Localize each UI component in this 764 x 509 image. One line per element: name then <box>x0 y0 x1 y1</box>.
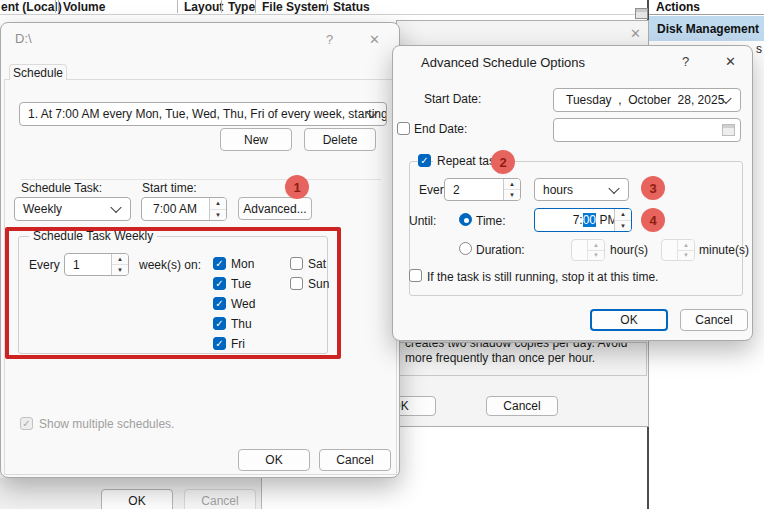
annotation-circle-3: 3 <box>641 176 665 200</box>
column-separator[interactable] <box>221 0 222 13</box>
settings-note-box: creates two shadow copies per day. Avoid… <box>399 342 647 376</box>
section-divider <box>21 179 381 180</box>
column-header-type[interactable]: Type <box>228 0 255 14</box>
until-time-value: 7:00 PM <box>535 208 617 232</box>
actions-item-label: Disk Management <box>649 22 759 36</box>
chevron-down-icon <box>608 182 619 193</box>
show-multiple-label: Show multiple schedules. <box>39 417 174 431</box>
advanced-dialog: Advanced Schedule Options ? ✕ Start Date… <box>392 45 753 341</box>
window-gadget-icon[interactable] <box>635 8 648 19</box>
column-separator[interactable] <box>177 0 178 13</box>
properties-window-bottom: OK Cancel <box>0 478 262 509</box>
end-date-checkbox[interactable] <box>397 122 410 135</box>
schedule-close-icon[interactable]: ✕ <box>369 33 380 47</box>
annotation-circle-4: 4 <box>641 208 665 232</box>
duration-hours-label: hour(s) <box>610 243 648 257</box>
advanced-cancel-button[interactable]: Cancel <box>680 309 748 331</box>
pane-splitter[interactable] <box>58 0 59 13</box>
selected-minutes: 00 <box>583 213 596 227</box>
schedule-dialog-title: D:\ <box>15 32 32 46</box>
time-label: Time: <box>476 214 506 228</box>
delete-button[interactable]: Delete <box>304 128 376 151</box>
settings-close-icon[interactable]: ✕ <box>630 27 641 41</box>
repeat-unit-dropdown[interactable]: hours <box>534 178 629 201</box>
mmc-column-header-row: ent (Local) Volume Layout Type File Syst… <box>0 0 648 15</box>
schedule-summary-dropdown[interactable]: 1. At 7:00 AM every Mon, Tue, Wed, Thu, … <box>19 102 387 126</box>
annotation-circle-1: 1 <box>285 175 309 199</box>
schedule-task-dropdown[interactable]: Weekly <box>14 197 131 221</box>
new-button[interactable]: New <box>220 128 292 151</box>
settings-note-text: more frequently than once per hour. <box>400 351 646 365</box>
actions-header-divider <box>649 14 764 15</box>
start-time-value: 7:00 AM <box>142 202 197 216</box>
column-header-status[interactable]: Status <box>333 0 370 14</box>
duration-radio[interactable] <box>459 242 472 255</box>
duration-label: Duration: <box>476 243 525 257</box>
advanced-dialog-title: Advanced Schedule Options <box>421 56 585 70</box>
repeat-unit-value: hours <box>535 183 573 197</box>
advanced-button[interactable]: Advanced... <box>238 197 312 220</box>
end-date-field[interactable] <box>553 118 741 142</box>
stop-task-checkbox[interactable] <box>409 269 422 282</box>
column-header-volume[interactable]: Volume <box>63 0 105 14</box>
console-tree-item[interactable]: ent (Local) <box>1 0 62 14</box>
column-separator[interactable] <box>326 0 327 13</box>
schedule-task-label: Schedule Task: <box>21 181 102 195</box>
actions-partial-text: s <box>756 42 762 56</box>
duration-minutes-label: minute(s) <box>699 243 749 257</box>
pane-splitter[interactable] <box>55 0 56 13</box>
properties-cancel-button[interactable]: Cancel <box>184 489 256 509</box>
start-date-label: Start Date: <box>424 92 481 106</box>
schedule-summary-value: 1. At 7:00 AM every Mon, Tue, Wed, Thu, … <box>20 107 386 121</box>
time-radio[interactable] <box>459 213 472 226</box>
repeat-every-value: 2 <box>445 183 460 197</box>
spinner-arrows-icon[interactable]: ▲▼ <box>209 198 226 220</box>
settings-cancel-button[interactable]: Cancel <box>486 396 558 416</box>
schedule-task-value: Weekly <box>15 202 62 216</box>
calendar-icon[interactable] <box>722 124 735 136</box>
column-header-filesystem[interactable]: File System <box>262 0 329 14</box>
spinner-arrows-icon: ▲▼ <box>587 240 604 260</box>
actions-pane-title: Actions <box>656 0 700 14</box>
schedule-ok-button[interactable]: OK <box>238 449 310 471</box>
tab-schedule[interactable]: Schedule <box>9 64 67 80</box>
repeat-task-checkbox[interactable] <box>418 154 431 167</box>
repeat-every-spinner[interactable]: 2 ▲▼ <box>444 178 521 201</box>
column-separator[interactable] <box>255 0 256 13</box>
start-date-value: Tuesday , October 28, 2025 <box>554 93 724 107</box>
schedule-help-icon[interactable]: ? <box>326 33 333 47</box>
actions-item-disk-management[interactable]: Disk Management <box>649 16 764 41</box>
properties-ok-button[interactable]: OK <box>101 489 173 509</box>
until-label: Until: <box>409 214 436 228</box>
screen: ent (Local) Volume Layout Type File Syst… <box>0 0 764 509</box>
duration-hours-spinner: ▲▼ <box>571 239 605 261</box>
stop-task-label: If the task is still running, stop it at… <box>427 270 658 284</box>
end-date-label: End Date: <box>414 122 467 136</box>
show-multiple-checkbox <box>20 417 33 430</box>
settings-note-clipped: creates two shadow copies per day. Avoid <box>400 342 646 350</box>
column-header-layout[interactable]: Layout <box>184 0 223 14</box>
spinner-arrows-icon: ▲▼ <box>677 240 694 260</box>
start-time-spinner[interactable]: 7:00 AM ▲▼ <box>141 197 227 221</box>
advanced-help-icon[interactable]: ? <box>682 55 689 69</box>
chevron-down-icon <box>110 202 121 213</box>
spinner-arrows-icon[interactable]: ▲▼ <box>503 179 520 200</box>
tab-schedule-label: Schedule <box>13 66 63 80</box>
advanced-close-icon[interactable]: ✕ <box>725 55 736 69</box>
start-time-label: Start time: <box>142 181 197 195</box>
annotation-rectangle <box>5 227 341 359</box>
duration-minutes-spinner: ▲▼ <box>661 239 695 261</box>
schedule-cancel-button[interactable]: Cancel <box>319 449 391 471</box>
annotation-circle-2: 2 <box>491 150 515 174</box>
until-time-spinner[interactable]: 7:00 PM ▲▼ <box>534 208 632 232</box>
spinner-arrows-icon[interactable]: ▲▼ <box>614 209 631 231</box>
advanced-ok-button[interactable]: OK <box>590 309 668 331</box>
start-date-dropdown[interactable]: Tuesday , October 28, 2025 <box>553 88 741 112</box>
